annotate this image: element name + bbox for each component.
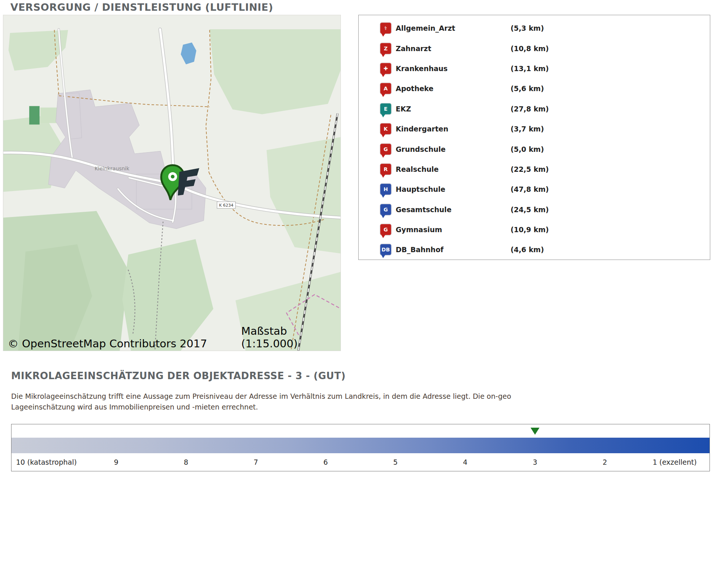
pin-tail <box>381 215 385 218</box>
pin-tail <box>381 74 385 77</box>
poi-glyph: DB <box>380 244 391 255</box>
hospital-marker-icon: ✚ <box>380 63 391 74</box>
rating-marker-icon <box>531 428 539 435</box>
legend-item: ZZahnarzt(10,8 km) <box>380 38 710 58</box>
train-station-marker-icon: DB <box>380 244 391 255</box>
legend-item: EEKZ(27,8 km) <box>380 99 710 119</box>
scale-label: 4 <box>430 458 500 466</box>
scale-label: 10 (katastrophal) <box>11 458 81 466</box>
microlage-title: MIKROLAGEEINSCHÄTZUNG DER OBJEKTADRESSE … <box>11 370 346 381</box>
scale-label: 5 <box>360 458 430 466</box>
legend-item: HHauptschule(47,8 km) <box>380 179 710 199</box>
poi-distance: (4,6 km) <box>511 245 544 254</box>
shopping-center-marker-icon: E <box>380 103 391 114</box>
scale-label: 6 <box>291 458 360 466</box>
poi-distance: (24,5 km) <box>511 206 549 214</box>
poi-label: EKZ <box>396 105 511 113</box>
legend-item: ⚕Allgemein_Arzt(5,3 km) <box>380 18 710 38</box>
pin-tail <box>381 33 385 37</box>
poi-label: Apotheke <box>396 84 511 93</box>
road-shield-label: K 6234 <box>219 203 233 208</box>
scale-label: 9 <box>81 458 151 466</box>
poi-distance: (22,5 km) <box>511 165 549 173</box>
poi-distance: (10,8 km) <box>511 44 549 53</box>
map-copyright: © OpenStreetMap Contributors 2017 <box>8 337 207 350</box>
road-shield: K 6234 <box>217 202 236 208</box>
poi-distance: (47,8 km) <box>511 185 549 193</box>
scale-labels: 10 (katastrophal)987654321 (exzellent) <box>11 453 710 471</box>
rating-marker-row <box>11 424 710 438</box>
map-scale-label: Maßstab (1:15.000) <box>241 325 340 350</box>
poi-distance: (10,9 km) <box>511 225 549 234</box>
poi-distance: (5,3 km) <box>511 24 544 32</box>
legend-item: DBDB_Bahnhof(4,6 km) <box>380 240 710 260</box>
gesamtschule-marker-icon: G <box>380 204 391 215</box>
legend-item: GGrundschule(5,0 km) <box>380 139 710 159</box>
poi-distance: (27,8 km) <box>511 105 549 113</box>
poi-legend-panel: ⚕Allgemein_Arzt(5,3 km)ZZahnarzt(10,8 km… <box>358 15 710 260</box>
poi-label: Allgemein_Arzt <box>396 24 511 32</box>
pin-tail <box>381 154 385 158</box>
legend-item: AApotheke(5,6 km) <box>380 78 710 98</box>
poi-distance: (5,0 km) <box>511 145 544 153</box>
gymnasium-marker-icon: G <box>380 224 391 235</box>
poi-distance: (5,6 km) <box>511 84 544 93</box>
poi-label: Gymnasium <box>396 225 511 234</box>
scale-label: 7 <box>221 458 290 466</box>
microlage-description: Die Mikrolageeinschätzung trifft eine Au… <box>11 391 567 412</box>
poi-label: Krankenhaus <box>396 64 511 73</box>
pin-tail <box>381 255 385 258</box>
pin-tail <box>381 194 385 198</box>
pharmacy-marker-icon: A <box>380 83 391 94</box>
poi-label: DB_Bahnhof <box>396 245 511 254</box>
hauptschule-marker-icon: H <box>380 184 391 195</box>
scale-label: 1 (exzellent) <box>640 458 710 466</box>
legend-item: GGymnasium(10,9 km) <box>380 220 710 240</box>
pin-tail <box>381 134 385 137</box>
rating-scale-panel: 10 (katastrophal)987654321 (exzellent) <box>11 424 710 471</box>
legend-list: ⚕Allgemein_Arzt(5,3 km)ZZahnarzt(10,8 km… <box>380 18 710 260</box>
poi-distance: (3,7 km) <box>511 125 544 133</box>
poi-glyph: G <box>380 204 391 215</box>
legend-item: GGesamtschule(24,5 km) <box>380 200 710 220</box>
poi-label: Kindergarten <box>396 125 511 133</box>
poi-glyph: G <box>380 144 391 155</box>
poi-label: Zahnarzt <box>396 44 511 53</box>
poi-distance: (13,1 km) <box>511 64 549 73</box>
poi-glyph: ⚕ <box>380 23 391 34</box>
kindergarten-marker-icon: K <box>380 123 391 134</box>
doctor-marker-icon: ⚕ <box>380 23 391 34</box>
pin-tail <box>381 94 385 97</box>
scale-gradient-bar <box>11 438 710 453</box>
pin-tail <box>381 114 385 117</box>
scale-label: 3 <box>500 458 570 466</box>
report-page: VERSORGUNG / DIENSTLEISTUNG (LUFTLINIE) <box>0 0 721 588</box>
poi-glyph: ✚ <box>380 63 391 74</box>
poi-label: Hauptschule <box>396 185 511 193</box>
map-image: K 6234 Kleinkrausnik <box>3 15 340 351</box>
map-panel: K 6234 Kleinkrausnik © OpenStreetMap Con… <box>3 15 341 351</box>
scale-label: 2 <box>570 458 639 466</box>
legend-item: RRealschule(22,5 km) <box>380 159 710 179</box>
poi-glyph: K <box>380 123 391 134</box>
poi-label: Grundschule <box>396 145 511 153</box>
secondary-school-marker-icon: R <box>380 164 391 175</box>
pin-tail <box>381 174 385 178</box>
page-title: VERSORGUNG / DIENSTLEISTUNG (LUFTLINIE) <box>10 1 273 13</box>
dentist-marker-icon: Z <box>380 43 391 54</box>
poi-glyph: E <box>380 103 391 114</box>
poi-glyph: H <box>380 184 391 195</box>
pin-tail <box>381 54 385 57</box>
pin-tail <box>381 235 385 238</box>
primary-school-marker-icon: G <box>380 144 391 155</box>
poi-glyph: A <box>380 83 391 94</box>
legend-item: ✚Krankenhaus(13,1 km) <box>380 59 710 78</box>
poi-glyph: Z <box>380 43 391 54</box>
poi-label: Gesamtschule <box>396 206 511 214</box>
poi-glyph: R <box>380 164 391 175</box>
scale-label: 8 <box>151 458 221 466</box>
poi-label: Realschule <box>396 165 511 173</box>
map-place-label: Kleinkrausnik <box>94 166 130 171</box>
poi-glyph: G <box>380 224 391 235</box>
legend-item: KKindergarten(3,7 km) <box>380 119 710 139</box>
